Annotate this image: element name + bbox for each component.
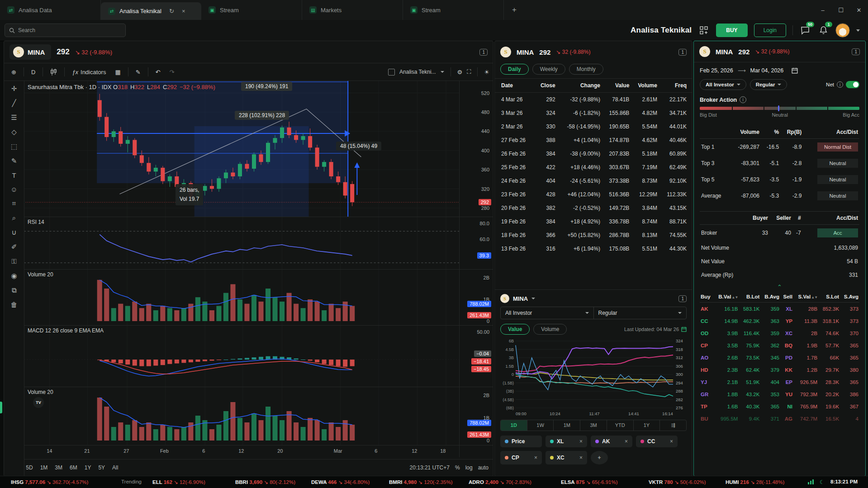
layout-count-badge[interactable]: 1 <box>479 49 488 56</box>
series-chip-xl[interactable]: XL× <box>545 436 587 447</box>
chevron-down-icon[interactable] <box>441 71 444 73</box>
table-row[interactable]: 20 Feb 26382-2 (-0.52%)149.72B3.84M43.15… <box>495 201 692 215</box>
cell-sell-code[interactable]: PD <box>780 351 793 364</box>
chart-legend[interactable]: Sanurhasta Mitra Tbk · 1D · IDX O318H322… <box>28 84 215 90</box>
symbol-pill[interactable]: S MINA <box>9 44 51 60</box>
column-header-s-avg[interactable]: S.Avg <box>840 291 859 303</box>
range-6m[interactable]: 6M <box>66 463 81 473</box>
brush-icon[interactable]: ✎ <box>11 157 17 165</box>
flow-range-ytd[interactable]: YTD <box>607 420 634 431</box>
ticker-adro[interactable]: ADRO 2,400 ↘ 70(-2.83%) <box>469 479 531 485</box>
investor-select[interactable]: All Investor <box>700 79 746 90</box>
search-input[interactable]: Search <box>5 24 126 37</box>
ticker-bmri[interactable]: BMRI 4,980 ↘ 120(-2.35%) <box>389 479 453 485</box>
table-row[interactable]: 4 Mar 26292-32 (-9.88%)78.41B2.61M22.17K <box>495 93 692 107</box>
calendar-icon[interactable] <box>792 67 798 74</box>
price-axis-vol1[interactable]: 2B1B0788.02M261.43M <box>459 270 493 325</box>
browser-tab-analisa-data[interactable]: ⇄Analisa Data <box>0 0 101 20</box>
series-chip-xc[interactable]: XC× <box>545 451 587 464</box>
ticker-dewa[interactable]: DEWA 466 ↘ 34(-6.80%) <box>311 479 370 485</box>
side-notch[interactable] <box>0 402 2 413</box>
column-header-value[interactable]: Value <box>602 79 631 93</box>
cell-sell-code[interactable]: YU <box>780 388 793 400</box>
column-header-b-avg[interactable]: B.Avg <box>760 291 780 303</box>
indicators-button[interactable]: ƒx Indicators <box>68 67 109 77</box>
ticker-vktr[interactable]: VKTR 780 ↘ 50(-6.02%) <box>649 479 706 485</box>
clock-label[interactable]: 20:13:21 UTC+7 <box>410 464 450 471</box>
column-header-date[interactable]: Date <box>495 79 535 93</box>
table-row[interactable]: 26 Feb 26384-38 (-9.00%)207.83B5.18M60.8… <box>495 147 692 161</box>
pencil-icon[interactable]: ✐ <box>11 243 17 251</box>
text-icon[interactable]: T <box>12 171 16 179</box>
panel-count-badge[interactable]: 1 <box>678 49 687 56</box>
undo-icon[interactable]: ↶ <box>152 67 164 77</box>
time-axis[interactable]: 142127Feb61220Mar61218⚙ <box>24 445 459 457</box>
range-5d[interactable]: 5D <box>23 463 36 473</box>
table-row[interactable]: 23 Feb 26428+46 (12.04%)516.36B12.29M112… <box>495 188 692 201</box>
idea-icon[interactable]: ☀ <box>484 69 489 76</box>
table-row[interactable]: 19 Feb 26384+18 (4.92%)336.78B8.74M88.71… <box>495 215 692 228</box>
range-all[interactable]: All <box>109 463 121 473</box>
pane-plot-rsi[interactable]: RSI 14 <box>24 217 459 269</box>
remove-series-icon[interactable]: × <box>534 455 537 461</box>
buy-button[interactable]: BUY <box>716 24 747 37</box>
apps-grid-icon[interactable] <box>698 24 710 36</box>
eye-icon[interactable]: ◉ <box>11 272 17 280</box>
pane-plot-vol1[interactable]: Volume 20 <box>24 270 459 325</box>
login-button[interactable]: Login <box>754 24 786 37</box>
template-select[interactable]: Analisa Tekni... <box>399 69 436 75</box>
date-from[interactable]: Feb 25, 2026 <box>700 67 733 74</box>
candle-style-icon[interactable] <box>47 66 61 77</box>
board-select[interactable]: Regular <box>594 307 687 319</box>
chevron-down-icon[interactable] <box>531 298 535 299</box>
net-toggle[interactable] <box>846 81 859 88</box>
date-to[interactable]: Mar 04, 2026 <box>750 67 784 74</box>
settings-icon[interactable]: ⚙ <box>457 69 463 76</box>
close-button[interactable]: ✕ <box>850 0 868 20</box>
emoji-icon[interactable]: ☺ <box>10 185 17 193</box>
browser-tab-stream[interactable]: ▣Stream <box>403 0 504 20</box>
collapse-chevron-icon[interactable]: ⌃ <box>700 284 859 290</box>
cell-sell-code[interactable]: YP <box>780 315 793 327</box>
flow-range-1d[interactable]: 1D <box>501 420 527 431</box>
cell-buy-code[interactable]: AO <box>700 351 713 364</box>
cell-buy-code[interactable]: BU <box>700 412 713 425</box>
close-tab-icon[interactable]: × <box>182 8 185 14</box>
browser-tab-markets[interactable]: ▤Markets <box>302 0 403 20</box>
pane-plot-vol2[interactable]: Volume 20 <box>24 387 459 445</box>
series-chip-ak[interactable]: AK× <box>591 436 632 447</box>
price-axis-macd[interactable]: 50.00−0.04−18.41−18.45 <box>459 326 493 387</box>
symbol-select[interactable]: MINA <box>513 295 528 302</box>
trendline-icon[interactable]: ╱ <box>12 99 16 107</box>
column-header-sell[interactable]: Sell <box>780 291 793 303</box>
remove-series-icon[interactable]: × <box>625 438 628 445</box>
investor-select[interactable]: All Investor <box>501 307 594 319</box>
rsi-label[interactable]: RSI 14 <box>28 219 44 225</box>
column-header-s-val[interactable]: S.Val ▲▼ <box>793 291 818 303</box>
auto-scale-button[interactable]: auto <box>478 464 489 471</box>
flow-chart[interactable]: 6B3244.5B3183B3121.5B3060300(1.5B)294(3B… <box>495 337 692 419</box>
column-header-s-lot[interactable]: S.Lot <box>818 291 840 303</box>
tradingview-logo[interactable]: TV <box>33 397 44 408</box>
table-row[interactable]: 3 Mar 26324-6 (-1.82%)155.86B4.82M34.71K <box>495 106 692 120</box>
redo-icon[interactable]: ↷ <box>166 67 178 77</box>
pane-plot-main[interactable]: Sanurhasta Mitra Tbk · 1D · IDX O318H322… <box>24 81 459 217</box>
cell-sell-code[interactable]: XL <box>780 303 793 315</box>
column-header-volume[interactable]: Volume <box>631 79 659 93</box>
cell-sell-code[interactable]: EP <box>780 376 793 388</box>
volume-pill[interactable]: Volume <box>533 324 567 335</box>
board-select[interactable]: Regular <box>750 79 787 90</box>
chat-icon[interactable]: 50 <box>799 24 811 36</box>
series-chip-cp[interactable]: CP× <box>500 451 542 464</box>
column-header-b-val[interactable]: B.Val ▲▼ <box>713 291 739 303</box>
column-header-freq[interactable]: Freq <box>659 79 692 93</box>
flow-range-1w[interactable]: 1W <box>527 420 554 431</box>
price-axis-main[interactable]: 520480440400360320280292 <box>459 81 493 217</box>
remove-series-icon[interactable]: × <box>670 438 673 445</box>
price-axis-vol2[interactable]: 2B1B0788.02M261.43M <box>459 387 493 445</box>
add-series-button[interactable]: + <box>591 451 608 464</box>
zoom-icon[interactable]: ⌕ <box>12 214 16 222</box>
price-axis-rsi[interactable]: 80.060.039.3 <box>459 217 493 269</box>
flow-range-1y[interactable]: 1Y <box>634 420 660 431</box>
column-header-buy[interactable]: Buy <box>700 291 713 303</box>
